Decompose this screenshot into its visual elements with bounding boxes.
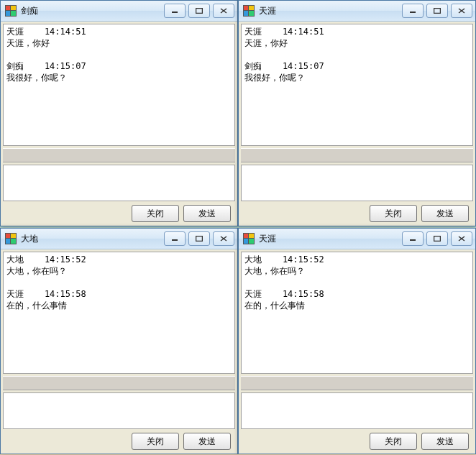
svg-rect-0 — [172, 12, 178, 13]
window-title: 大地 — [21, 233, 164, 245]
chat-log: 天涯 14:14:51 天涯，你好 剑痴 14:15:07 我很好，你呢？ — [3, 24, 235, 146]
send-button[interactable]: 发送 — [183, 433, 231, 450]
minimize-button[interactable] — [164, 4, 186, 18]
minimize-button[interactable] — [402, 231, 424, 246]
chat-window: 大地大地 14:15:52 大地，你在吗？ 天涯 14:15:58 在的，什么事… — [0, 228, 238, 454]
send-button[interactable]: 发送 — [421, 205, 469, 222]
close-window-button[interactable] — [451, 4, 472, 18]
message-input[interactable] — [243, 167, 474, 202]
chat-window: 天涯大地 14:15:52 大地，你在吗？ 天涯 14:15:58 在的，什么事… — [238, 228, 476, 454]
svg-rect-12 — [410, 239, 416, 241]
button-row: 关闭发送 — [3, 431, 235, 451]
splitter[interactable] — [3, 148, 235, 162]
svg-rect-8 — [172, 239, 178, 241]
splitter[interactable] — [241, 148, 473, 162]
message-input[interactable] — [243, 395, 474, 430]
close-button[interactable]: 关闭 — [132, 433, 179, 450]
button-row: 关闭发送 — [241, 203, 473, 224]
maximize-button[interactable] — [426, 231, 448, 246]
client-area: 大地 14:15:52 大地，你在吗？ 天涯 14:15:58 在的，什么事情 … — [239, 249, 475, 454]
client-area: 天涯 14:14:51 天涯，你好 剑痴 14:15:07 我很好，你呢？ 关闭… — [239, 22, 475, 226]
message-input-area — [241, 392, 473, 429]
titlebar[interactable]: 天涯 — [239, 229, 475, 249]
button-row: 关闭发送 — [3, 203, 235, 224]
window-title: 天涯 — [259, 233, 402, 245]
window-controls — [402, 231, 472, 246]
message-input-area — [3, 392, 235, 429]
chat-log: 大地 14:15:52 大地，你在吗？ 天涯 14:15:58 在的，什么事情 — [3, 252, 235, 374]
client-area: 天涯 14:14:51 天涯，你好 剑痴 14:15:07 我很好，你呢？ 关闭… — [1, 22, 237, 226]
window-title: 剑痴 — [21, 5, 164, 17]
maximize-button[interactable] — [188, 4, 210, 18]
send-button[interactable]: 发送 — [421, 433, 469, 450]
maximize-button[interactable] — [426, 4, 448, 18]
app-icon — [5, 5, 17, 17]
message-input-area — [241, 165, 473, 201]
send-button[interactable]: 发送 — [183, 205, 231, 222]
window-controls — [164, 4, 234, 18]
minimize-button[interactable] — [164, 231, 186, 246]
window-controls — [402, 4, 472, 18]
splitter[interactable] — [241, 376, 473, 390]
maximize-button[interactable] — [188, 231, 210, 246]
close-button[interactable]: 关闭 — [370, 205, 417, 222]
svg-rect-9 — [196, 236, 203, 242]
chat-window: 剑痴天涯 14:14:51 天涯，你好 剑痴 14:15:07 我很好，你呢？ … — [0, 0, 238, 226]
close-window-button[interactable] — [213, 4, 234, 18]
app-icon — [243, 5, 255, 17]
titlebar[interactable]: 大地 — [1, 229, 237, 249]
svg-rect-4 — [410, 12, 416, 13]
button-row: 关闭发送 — [241, 431, 473, 451]
titlebar[interactable]: 天涯 — [239, 1, 475, 22]
app-icon — [243, 233, 255, 244]
app-icon — [5, 233, 17, 244]
svg-rect-5 — [434, 9, 441, 14]
chat-window: 天涯天涯 14:14:51 天涯，你好 剑痴 14:15:07 我很好，你呢？ … — [238, 0, 476, 226]
titlebar[interactable]: 剑痴 — [1, 1, 237, 22]
close-button[interactable]: 关闭 — [370, 433, 417, 450]
message-input[interactable] — [5, 167, 236, 202]
close-window-button[interactable] — [213, 231, 234, 246]
svg-rect-13 — [434, 236, 441, 242]
close-button[interactable]: 关闭 — [132, 205, 179, 222]
close-window-button[interactable] — [451, 231, 472, 246]
chat-log: 大地 14:15:52 大地，你在吗？ 天涯 14:15:58 在的，什么事情 — [241, 252, 473, 374]
message-input-area — [3, 165, 235, 201]
window-controls — [164, 231, 234, 246]
message-input[interactable] — [5, 395, 236, 430]
chat-log: 天涯 14:14:51 天涯，你好 剑痴 14:15:07 我很好，你呢？ — [241, 24, 473, 146]
svg-rect-1 — [196, 9, 203, 14]
window-title: 天涯 — [259, 5, 402, 17]
minimize-button[interactable] — [402, 4, 424, 18]
splitter[interactable] — [3, 376, 235, 390]
client-area: 大地 14:15:52 大地，你在吗？ 天涯 14:15:58 在的，什么事情 … — [1, 249, 237, 454]
